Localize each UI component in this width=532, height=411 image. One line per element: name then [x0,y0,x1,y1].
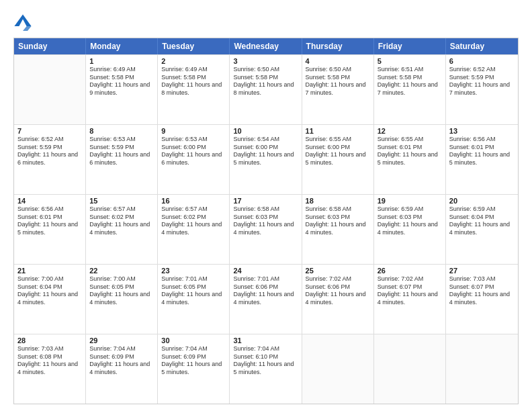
sunrise-line: Sunrise: 6:53 AM [161,136,226,144]
sunset-line: Sunset: 6:00 PM [233,144,298,152]
day-number: 27 [449,267,515,275]
sunrise-line: Sunrise: 6:56 AM [449,136,515,144]
cal-cell: 20Sunrise: 6:59 AMSunset: 6:04 PMDayligh… [446,195,518,264]
cal-cell: 23Sunrise: 7:01 AMSunset: 6:05 PMDayligh… [158,265,230,334]
daylight-line: Daylight: 11 hours and 4 minutes. [89,361,154,376]
cal-cell: 27Sunrise: 7:03 AMSunset: 6:07 PMDayligh… [446,265,518,334]
day-number: 17 [233,197,298,205]
cal-cell: 13Sunrise: 6:56 AMSunset: 6:01 PMDayligh… [446,125,518,194]
daylight-line: Daylight: 11 hours and 7 minutes. [306,81,370,97]
cal-cell: 22Sunrise: 7:00 AMSunset: 6:05 PMDayligh… [86,265,158,334]
daylight-line: Daylight: 11 hours and 5 minutes. [306,151,370,167]
sunset-line: Sunset: 6:06 PM [233,283,298,291]
day-number: 10 [233,127,298,135]
day-number: 29 [89,336,154,345]
calendar-page: SundayMondayTuesdayWednesdayThursdayFrid… [0,0,532,411]
sunrise-line: Sunrise: 7:00 AM [89,275,154,283]
cal-cell: 1Sunrise: 6:49 AMSunset: 5:58 PMDaylight… [86,55,158,124]
cal-cell [446,334,518,404]
calendar-row-3: 14Sunrise: 6:56 AMSunset: 6:01 PMDayligh… [14,194,518,264]
sunrise-line: Sunrise: 6:57 AM [161,205,226,214]
sunset-line: Sunset: 6:05 PM [161,283,226,291]
day-number: 3 [233,57,298,65]
cal-cell: 8Sunrise: 6:53 AMSunset: 5:59 PMDaylight… [86,125,158,194]
sunset-line: Sunset: 6:03 PM [378,214,442,222]
daylight-line: Daylight: 11 hours and 5 minutes. [233,361,298,376]
daylight-line: Daylight: 11 hours and 4 minutes. [89,291,154,306]
cal-cell: 12Sunrise: 6:55 AMSunset: 6:01 PMDayligh… [374,125,446,194]
daylight-line: Daylight: 11 hours and 5 minutes. [161,361,226,376]
day-number: 28 [17,336,82,345]
day-number: 23 [161,267,226,275]
daylight-line: Daylight: 11 hours and 4 minutes. [233,291,298,306]
sunrise-line: Sunrise: 6:58 AM [306,205,370,214]
daylight-line: Daylight: 11 hours and 4 minutes. [17,291,82,306]
day-number: 20 [449,197,515,205]
cal-cell: 15Sunrise: 6:57 AMSunset: 6:02 PMDayligh… [86,195,158,264]
daylight-line: Daylight: 11 hours and 6 minutes. [89,151,154,167]
day-number: 24 [233,267,298,275]
day-number: 21 [17,267,82,275]
page-header [13,12,519,31]
daylight-line: Daylight: 11 hours and 7 minutes. [449,81,515,97]
sunset-line: Sunset: 6:08 PM [17,353,82,361]
sunset-line: Sunset: 5:58 PM [233,74,298,82]
day-number: 19 [378,197,442,205]
sunset-line: Sunset: 5:58 PM [89,74,154,82]
sunrise-line: Sunrise: 6:50 AM [306,66,370,74]
day-number: 1 [89,57,154,65]
sunset-line: Sunset: 6:03 PM [306,214,370,222]
sunrise-line: Sunrise: 6:52 AM [17,136,82,144]
cal-cell: 18Sunrise: 6:58 AMSunset: 6:03 PMDayligh… [302,195,374,264]
calendar-row-5: 28Sunrise: 7:03 AMSunset: 6:08 PMDayligh… [14,334,518,404]
svg-marker-1 [23,26,32,31]
sunset-line: Sunset: 6:00 PM [161,144,226,152]
daylight-line: Daylight: 11 hours and 5 minutes. [17,221,82,236]
day-number: 30 [161,336,226,345]
sunrise-line: Sunrise: 6:49 AM [89,66,154,74]
sunrise-line: Sunrise: 7:02 AM [306,275,370,283]
daylight-line: Daylight: 11 hours and 8 minutes. [161,81,226,97]
cal-cell [14,55,86,124]
daylight-line: Daylight: 11 hours and 4 minutes. [233,221,298,236]
sunrise-line: Sunrise: 6:59 AM [378,205,442,214]
sunset-line: Sunset: 5:58 PM [161,74,226,82]
sunrise-line: Sunrise: 7:01 AM [233,275,298,283]
day-number: 5 [378,57,442,65]
day-number: 18 [306,197,370,205]
sunrise-line: Sunrise: 6:59 AM [449,205,515,214]
daylight-line: Daylight: 11 hours and 5 minutes. [449,151,515,167]
cal-cell: 30Sunrise: 7:04 AMSunset: 6:09 PMDayligh… [158,334,230,404]
logo-icon [13,12,32,31]
cal-cell: 28Sunrise: 7:03 AMSunset: 6:08 PMDayligh… [14,334,86,404]
sunset-line: Sunset: 5:58 PM [378,74,442,82]
daylight-line: Daylight: 11 hours and 8 minutes. [233,81,298,97]
sunrise-line: Sunrise: 6:51 AM [378,66,442,74]
day-number: 26 [378,267,442,275]
cal-cell: 25Sunrise: 7:02 AMSunset: 6:06 PMDayligh… [302,265,374,334]
sunrise-line: Sunrise: 7:04 AM [233,345,298,353]
cal-cell: 3Sunrise: 6:50 AMSunset: 5:58 PMDaylight… [230,55,302,124]
cal-cell: 31Sunrise: 7:04 AMSunset: 6:10 PMDayligh… [230,334,302,404]
cal-cell [302,334,374,404]
sunset-line: Sunset: 5:59 PM [449,74,515,82]
header-day-wednesday: Wednesday [230,38,302,54]
sunset-line: Sunset: 6:07 PM [449,283,515,291]
cal-cell: 16Sunrise: 6:57 AMSunset: 6:02 PMDayligh… [158,195,230,264]
sunset-line: Sunset: 6:05 PM [89,283,154,291]
day-number: 7 [17,127,82,135]
sunset-line: Sunset: 6:01 PM [378,144,442,152]
sunrise-line: Sunrise: 7:01 AM [161,275,226,283]
day-number: 25 [306,267,370,275]
sunset-line: Sunset: 6:06 PM [306,283,370,291]
sunset-line: Sunset: 6:07 PM [378,283,442,291]
calendar-row-2: 7Sunrise: 6:52 AMSunset: 5:59 PMDaylight… [14,124,518,194]
sunrise-line: Sunrise: 7:03 AM [17,345,82,353]
sunrise-line: Sunrise: 6:55 AM [378,136,442,144]
daylight-line: Daylight: 11 hours and 7 minutes. [378,81,442,97]
day-number: 4 [306,57,370,65]
header-day-thursday: Thursday [302,38,374,54]
daylight-line: Daylight: 11 hours and 6 minutes. [17,151,82,167]
cal-cell: 19Sunrise: 6:59 AMSunset: 6:03 PMDayligh… [374,195,446,264]
cal-cell: 11Sunrise: 6:55 AMSunset: 6:00 PMDayligh… [302,125,374,194]
